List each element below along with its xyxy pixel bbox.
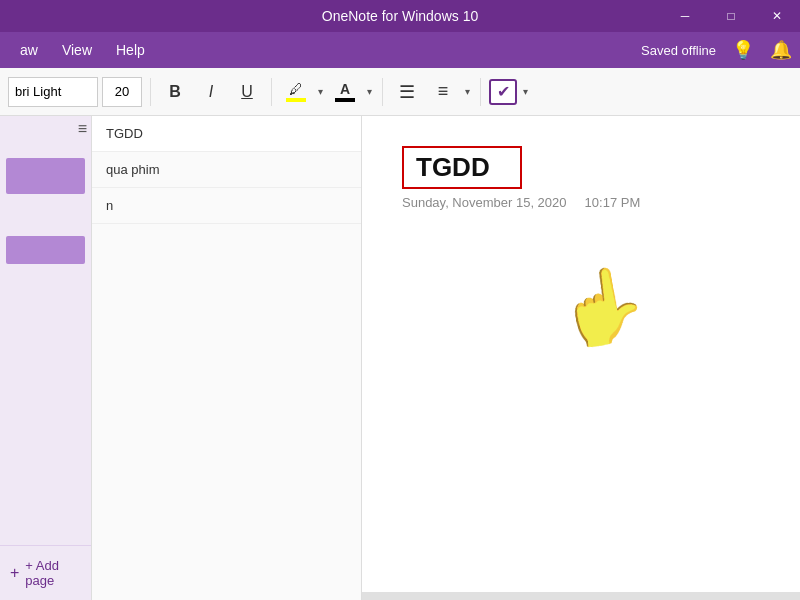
font-color-bar [335, 98, 355, 102]
checkbox-button[interactable]: ✔ [489, 79, 517, 105]
italic-button[interactable]: I [195, 77, 227, 107]
add-page-plus-icon: + [10, 564, 19, 582]
section-item-1[interactable] [6, 158, 85, 194]
maximize-button[interactable]: □ [708, 0, 754, 32]
numbered-list-button[interactable]: ≡ [427, 77, 459, 107]
app-title: OneNote for Windows 10 [322, 8, 478, 24]
saved-offline-label: Saved offline [641, 43, 716, 58]
minimize-button[interactable]: ─ [662, 0, 708, 32]
font-color-icon: A [340, 81, 350, 97]
checkbox-dropdown[interactable]: ▾ [521, 86, 530, 97]
toolbar: bri Light 20 B I U 🖊 ▾ A ▾ ☰ ≡ ▾ ✔ ▾ [0, 68, 800, 116]
menu-item-draw[interactable]: aw [8, 36, 50, 64]
menu-right: Saved offline 💡 🔔 [641, 39, 792, 61]
toolbar-separator-4 [480, 78, 481, 106]
lightbulb-icon[interactable]: 💡 [732, 39, 754, 61]
highlight-color-bar [286, 98, 306, 102]
notebook-list [0, 116, 91, 545]
page-item-tgdd[interactable]: TGDD [92, 116, 361, 152]
numbered-list-icon: ≡ [438, 81, 449, 102]
hand-cursor-icon: 👆 [550, 257, 653, 356]
sort-button[interactable]: ≡ [74, 116, 91, 142]
note-datetime: Sunday, November 15, 2020 10:17 PM [402, 195, 760, 210]
bold-button[interactable]: B [159, 77, 191, 107]
bottom-scrollbar[interactable] [362, 592, 800, 600]
highlight-dropdown[interactable]: ▾ [316, 86, 325, 97]
title-bar: OneNote for Windows 10 ─ □ ✕ [0, 0, 800, 32]
underline-button[interactable]: U [231, 77, 263, 107]
toolbar-separator-2 [271, 78, 272, 106]
font-size-selector[interactable]: 20 [102, 77, 142, 107]
section-item-2[interactable] [6, 236, 85, 264]
menu-bar: aw View Help Saved offline 💡 🔔 [0, 32, 800, 68]
list-dropdown[interactable]: ▾ [463, 86, 472, 97]
note-area[interactable]: TGDD Sunday, November 15, 2020 10:17 PM … [362, 116, 800, 600]
font-color-dropdown[interactable]: ▾ [365, 86, 374, 97]
menu-item-view[interactable]: View [50, 36, 104, 64]
page-list: TGDD qua phim n [92, 116, 362, 600]
bell-icon[interactable]: 🔔 [770, 39, 792, 61]
note-date-text: Sunday, November 15, 2020 [402, 195, 567, 210]
bullet-list-button[interactable]: ☰ [391, 77, 423, 107]
note-title[interactable]: TGDD [402, 146, 522, 189]
bullet-list-icon: ☰ [399, 81, 415, 103]
add-page-label: + Add page [25, 558, 81, 588]
page-item-n[interactable]: n [92, 188, 361, 224]
font-color-button[interactable]: A [329, 77, 361, 107]
add-page-button[interactable]: + + Add page [0, 545, 91, 600]
toolbar-separator-3 [382, 78, 383, 106]
highlight-button[interactable]: 🖊 [280, 77, 312, 107]
toolbar-separator-1 [150, 78, 151, 106]
checkmark-icon: ✔ [497, 82, 510, 101]
font-name-selector[interactable]: bri Light [8, 77, 98, 107]
close-button[interactable]: ✕ [754, 0, 800, 32]
note-time-text: 10:17 PM [585, 195, 641, 210]
highlight-icon: 🖊 [289, 81, 303, 97]
menu-item-help[interactable]: Help [104, 36, 157, 64]
page-item-quaphim[interactable]: qua phim [92, 152, 361, 188]
main-area: ≡ + + Add page TGDD qua phim n TGDD Sund… [0, 116, 800, 600]
window-controls: ─ □ ✕ [662, 0, 800, 32]
left-panel: ≡ + + Add page [0, 116, 92, 600]
